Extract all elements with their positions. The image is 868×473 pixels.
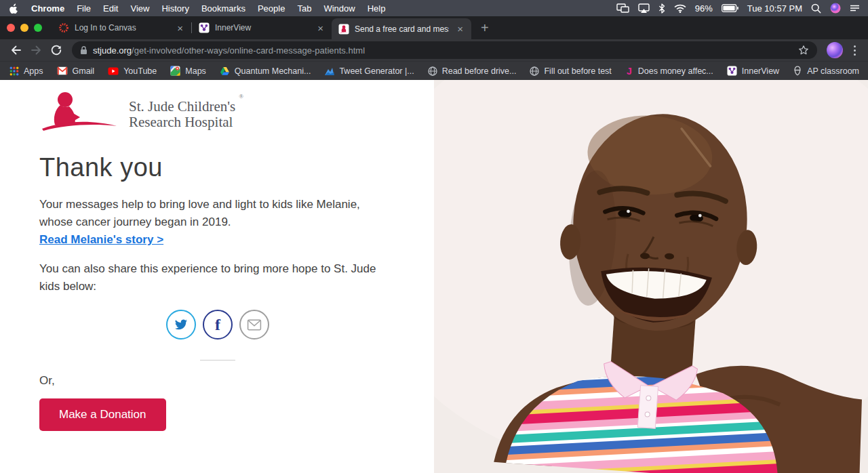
menu-help[interactable]: Help <box>361 3 392 14</box>
bookmark-label: Does money affec... <box>638 66 713 76</box>
innerview-favicon-icon <box>199 22 210 33</box>
apps-grid-icon <box>9 66 19 76</box>
patient-photo <box>434 80 868 473</box>
bookmark-label: Quantum Mechani... <box>235 66 311 76</box>
google-drive-icon <box>220 66 230 76</box>
share-message: You can also share this experience to br… <box>39 260 396 295</box>
bookmark-label: Tweet Generator |... <box>339 66 414 76</box>
bookmark-apps[interactable]: Apps <box>9 66 43 76</box>
bookmark-label: Fill out before test <box>544 66 611 76</box>
bookmark-youtube[interactable]: YouTube <box>108 66 157 76</box>
minimize-window-button[interactable] <box>20 24 28 32</box>
menu-tab[interactable]: Tab <box>291 3 317 14</box>
page-title: Thank you <box>39 153 434 182</box>
url-bar[interactable]: stjude.org/get-involved/other-ways/onlin… <box>72 41 817 59</box>
tab-stjude-active[interactable]: Send a free card and message × <box>332 18 471 39</box>
stjude-logo-text: St. Jude Children's® Research Hospital <box>129 89 235 130</box>
bookmark-label: Maps <box>185 66 206 76</box>
zoom-window-button[interactable] <box>34 24 42 32</box>
bookmark-maps[interactable]: Maps <box>170 66 206 76</box>
read-story-link[interactable]: Read Melanie's story > <box>39 233 163 247</box>
battery-percentage: 96% <box>695 3 713 14</box>
stjude-favicon-icon <box>338 24 349 35</box>
menubar-clock[interactable]: Tue 10:57 PM <box>747 3 802 14</box>
tab-canvas[interactable]: Log In to Canvas × <box>52 16 191 39</box>
twitter-bird-icon <box>175 319 188 330</box>
bookmarks-bar: Apps Gmail YouTube Maps Quantum Mechani.… <box>0 61 868 80</box>
apple-menu-icon[interactable] <box>8 3 25 14</box>
tab-strip: Log In to Canvas × InnerView × Send a fr… <box>0 16 868 39</box>
page-content: St. Jude Children's® Research Hospital T… <box>0 80 868 473</box>
menu-window[interactable]: Window <box>317 3 361 14</box>
or-label: Or, <box>39 374 434 388</box>
menu-chrome[interactable]: Chrome <box>25 3 71 14</box>
bookmark-gmail[interactable]: Gmail <box>57 66 95 76</box>
tab-close-icon[interactable]: × <box>315 22 326 34</box>
close-window-button[interactable] <box>7 24 15 32</box>
notification-center-icon[interactable] <box>850 4 860 12</box>
menu-history[interactable]: History <box>155 3 195 14</box>
reload-icon[interactable] <box>47 41 65 59</box>
bookmark-label: YouTube <box>123 66 157 76</box>
bookmark-read-before-driving[interactable]: Read before drive... <box>428 66 517 76</box>
bookmark-does-money-affect[interactable]: J Does money affec... <box>625 66 713 76</box>
maps-icon <box>170 66 180 76</box>
bookmark-label: InnerView <box>742 66 779 76</box>
bookmark-fill-out-before-test[interactable]: Fill out before test <box>530 66 611 76</box>
share-email-button[interactable] <box>239 310 269 340</box>
bluetooth-icon[interactable] <box>658 3 665 14</box>
spotlight-search-icon[interactable] <box>811 3 821 14</box>
bookmark-star-icon[interactable] <box>798 45 809 56</box>
globe-icon <box>530 66 539 76</box>
lock-icon[interactable] <box>80 45 87 55</box>
innerview-icon <box>727 66 737 76</box>
chart-icon <box>324 66 334 76</box>
window-controls <box>0 16 52 39</box>
thank-you-message: Your messages help to bring love and lig… <box>39 196 396 230</box>
url-host: stjude.org <box>93 45 132 56</box>
tab-close-icon[interactable]: × <box>454 23 466 35</box>
back-icon[interactable] <box>7 41 24 59</box>
wifi-icon[interactable] <box>674 4 686 13</box>
bookmark-innerview[interactable]: InnerView <box>727 66 779 76</box>
bookmark-label: Apps <box>24 66 43 76</box>
bookmark-label: Gmail <box>73 66 95 76</box>
tab-title: Log In to Canvas <box>75 23 169 33</box>
menu-bookmarks[interactable]: Bookmarks <box>195 3 252 14</box>
url-path: /get-involved/other-ways/online-card-mes… <box>132 45 365 56</box>
chrome-menu-icon[interactable] <box>848 45 861 56</box>
envelope-icon <box>247 319 262 331</box>
facebook-f-icon: f <box>215 316 220 333</box>
new-tab-button[interactable]: + <box>471 16 498 39</box>
j-letter-icon: J <box>625 66 633 76</box>
make-a-donation-button[interactable]: Make a Donation <box>39 398 166 431</box>
battery-icon <box>722 4 738 12</box>
globe-icon <box>428 66 437 76</box>
menu-file[interactable]: File <box>71 3 97 14</box>
registered-mark: ® <box>239 94 243 100</box>
bookmark-tweet-generator[interactable]: Tweet Generator |... <box>324 66 414 76</box>
share-buttons: f <box>39 310 396 340</box>
tab-title: InnerView <box>215 23 309 33</box>
menu-edit[interactable]: Edit <box>97 3 124 14</box>
browser-toolbar: stjude.org/get-involved/other-ways/onlin… <box>0 39 868 61</box>
forward-icon[interactable] <box>27 41 45 59</box>
profile-avatar[interactable] <box>827 42 843 58</box>
acorn-icon <box>793 66 802 76</box>
thank-you-panel: St. Jude Children's® Research Hospital T… <box>0 80 434 473</box>
share-facebook-button[interactable]: f <box>203 310 233 340</box>
canvas-favicon-icon <box>58 22 69 33</box>
bookmark-ap-classroom[interactable]: AP classroom <box>793 66 859 76</box>
tab-title: Send a free card and message <box>355 24 449 34</box>
tab-innerview[interactable]: InnerView × <box>192 16 332 39</box>
airplay-icon[interactable] <box>638 3 650 13</box>
menu-people[interactable]: People <box>252 3 291 14</box>
youtube-icon <box>108 67 119 75</box>
menu-view[interactable]: View <box>124 3 155 14</box>
section-divider <box>200 360 235 361</box>
screen-mirroring-icon[interactable] <box>616 3 629 13</box>
share-twitter-button[interactable] <box>166 310 196 340</box>
tab-close-icon[interactable]: × <box>174 22 186 34</box>
bookmark-quantum-mechanics[interactable]: Quantum Mechani... <box>220 66 311 76</box>
siri-icon[interactable] <box>830 3 841 14</box>
